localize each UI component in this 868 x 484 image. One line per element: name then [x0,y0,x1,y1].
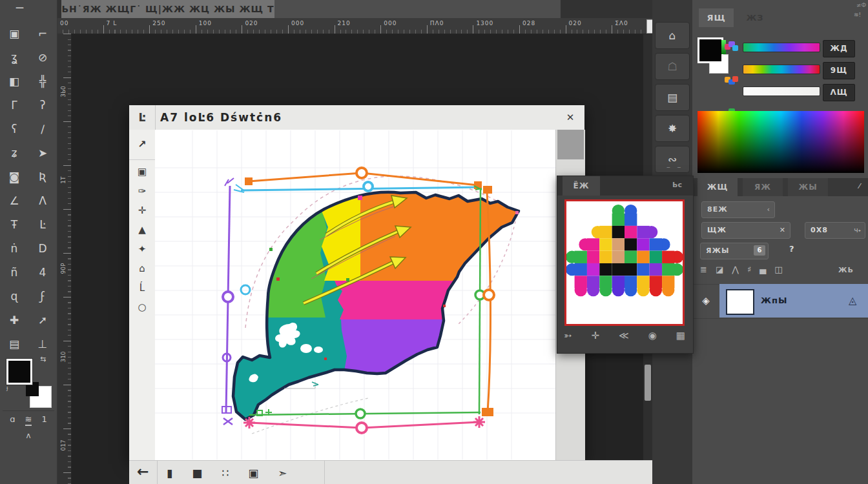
preview-tool-icon[interactable]: ✛ [592,330,600,341]
fill-field[interactable]: ЯЖЫ 6 [700,243,769,259]
tool-icon[interactable]: ▣ [138,166,147,177]
foreground-color-swatch[interactable] [6,359,32,385]
preview-panel-tab[interactable]: ЁЖ [563,176,600,196]
tool-icon[interactable]: ➚ [28,308,57,332]
lock-icon[interactable]: ◫ [774,265,782,274]
gradient-bar-1[interactable] [743,43,820,52]
minimize-icon[interactable]: — [16,3,24,12]
default-colors-icon[interactable]: ɟ [6,385,8,391]
tool-icon[interactable]: ⊥ [28,332,57,356]
color-picker-field[interactable] [698,111,864,173]
tool-icon[interactable]: ʔ [28,94,57,117]
preview-panel-menu[interactable]: Ьс [672,181,682,189]
bottom-tool-icon[interactable]: ▮ [167,467,172,479]
tool-icon[interactable]: Γ [0,94,28,117]
gradient-button-1[interactable]: ЖД [823,40,855,57]
preview-tool-icon[interactable]: ➳ [564,330,572,341]
tool-icon[interactable]: ⌐ [28,22,57,46]
lock-icon[interactable]: ▄ [760,265,766,274]
tool-icon[interactable]: ⊘ [28,46,57,70]
mode-icon[interactable]: ɑ [10,414,15,426]
tool-icon[interactable]: ✑ [138,185,147,197]
zoom-tool-icon[interactable]: ↗ [129,130,155,160]
swap-colors-icon[interactable]: ⇆ [40,355,46,363]
tool-icon[interactable]: Ʀ [28,165,57,189]
tool-icon[interactable]: ṅ [0,237,28,261]
tool-icon[interactable]: ɋ [0,285,28,308]
panel-tabs: ЯЩЖЗ [699,8,772,27]
bottom-tool-icon[interactable]: ■ [192,467,202,479]
lower-tab[interactable]: ЯЖ [743,178,783,196]
tool-icon[interactable]: ◧ [0,70,28,94]
blend-mode-select[interactable]: ЩЖ ✕ [701,222,790,239]
tool-icon[interactable]: ◙ [0,165,28,189]
tool-icon[interactable]: ▲ [138,224,146,236]
tool-icon[interactable]: 4 [28,261,57,285]
tool-icon[interactable]: Ŀ [28,213,57,237]
gradient-bar-2[interactable] [743,65,820,74]
tool-icon[interactable]: ∕ [28,117,57,141]
strip-button-icon[interactable]: ▤ [655,84,690,111]
tool-icon[interactable]: ➤ [28,141,57,165]
lock-icon[interactable]: ⋀ [732,265,739,274]
gradient-thumb[interactable] [725,41,739,53]
tool-icon[interactable]: ✦ [138,243,147,255]
preview-tool-icon[interactable]: ◉ [648,330,657,341]
opacity-field[interactable]: 0Х8 ч˖ [805,222,865,239]
tool-icon[interactable]: ▣ [0,22,28,46]
tool-icon[interactable]: Λ [28,189,57,213]
tool-icon[interactable]: ϝ [28,285,57,308]
document-corner-tool-icon[interactable]: Ŀ [129,105,156,130]
toolbar-bottom-icon[interactable]: ʌ [0,431,57,440]
bottom-tool-icon[interactable]: ▣ [248,467,258,479]
tool-icon[interactable]: Ŧ [0,213,28,237]
preview-tool-icon[interactable]: ≪ [619,330,629,341]
tool-icon[interactable]: ○ [138,301,146,313]
document-canvas[interactable] [155,130,555,460]
tool-icon[interactable]: ⌂ [139,263,145,274]
close-icon[interactable]: ✕ [563,110,577,125]
bottom-tool-icon[interactable]: ➣ [278,467,287,479]
strip-button-icon[interactable]: ✸ [655,115,690,142]
vertical-ruler: 3Ь01Т90Р310017 [57,34,72,484]
bottom-tool-icon[interactable]: ∷ [222,467,229,479]
strip-button-icon[interactable]: ⌂ [655,22,690,49]
layer-thumbnail[interactable] [726,289,754,315]
back-arrow-icon[interactable]: ← [137,463,149,479]
lock-icon[interactable]: ◪ [716,265,723,274]
tool-icon[interactable]: ✛ [138,205,147,216]
clear-icon[interactable]: ✕ [780,223,785,238]
tool-icon[interactable]: ✚ [0,308,28,332]
field-chip[interactable]: 6 [754,245,765,256]
tool-icon[interactable]: ñ [0,261,28,285]
stepper-icon[interactable]: ч˖ [854,223,861,238]
panel-foreground-swatch[interactable] [698,37,723,63]
layer-visibility-icon[interactable]: ◈ [692,284,719,318]
tool-icon[interactable]: ʑ [0,141,28,165]
layer-lock-icon[interactable]: ◬ [849,284,856,318]
preview-tool-icon[interactable]: ▦ [676,330,685,341]
panel-tab[interactable]: ЯЩ [699,8,734,27]
document-scrollbar-thumb[interactable] [557,130,584,159]
tool-icon[interactable]: ʕ [0,117,28,141]
tool-icon[interactable]: ʓ [0,46,28,70]
gradient-button-2[interactable]: 9Щ [823,62,855,79]
lower-tab[interactable]: ЖЫ [788,178,828,196]
mode-icon[interactable]: 1 [42,414,47,426]
gradient-bar-3[interactable] [743,86,820,96]
lock-icon[interactable]: ≣ [700,265,707,274]
tool-icon[interactable]: ∠ [0,189,28,213]
panel-tab[interactable]: ЖЗ [738,8,772,27]
tool-icon[interactable]: D [28,237,57,261]
gradient-thumb[interactable] [725,75,739,86]
mode-icon[interactable]: ≋ [25,414,32,426]
gradient-button-3[interactable]: ΛЩ [823,84,855,101]
workspace-scrollbar-thumb[interactable] [645,365,651,401]
layer-kind-select[interactable]: 8ЕЖ ‹ [701,201,775,218]
lower-tab[interactable]: ЖЩ [698,178,738,196]
tool-icon[interactable]: Ĺ [140,282,145,294]
strip-button-icon[interactable]: ☖ [655,53,690,80]
tool-icon[interactable]: ▤ [0,332,28,356]
lock-icon[interactable]: ♯ [747,265,751,274]
tool-icon[interactable]: ╬ [28,70,57,94]
